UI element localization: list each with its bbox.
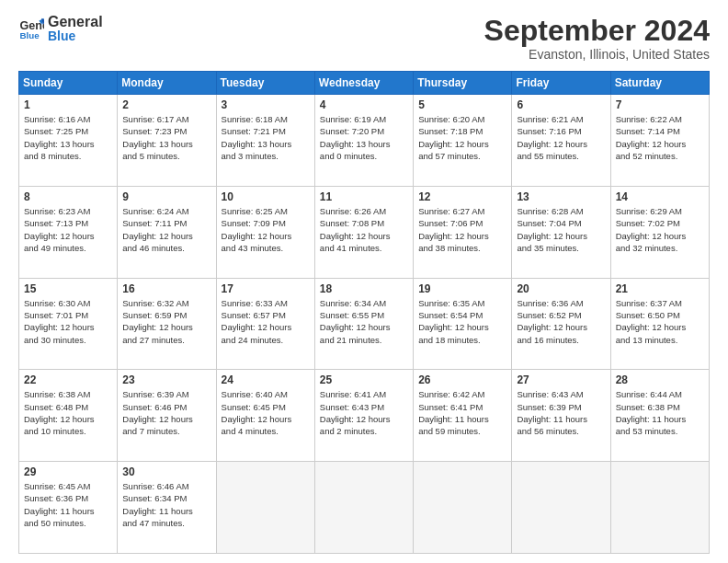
day-number: 30	[122, 465, 210, 478]
calendar-cell: 13Sunrise: 6:28 AMSunset: 7:04 PMDayligh…	[512, 186, 610, 278]
day-number: 24	[222, 373, 310, 386]
week-row-1: 1Sunrise: 6:16 AMSunset: 7:25 PMDaylight…	[19, 95, 710, 187]
day-info: Sunrise: 6:40 AMSunset: 6:45 PMDaylight:…	[222, 388, 310, 437]
calendar-cell: 2Sunrise: 6:17 AMSunset: 7:23 PMDaylight…	[118, 95, 216, 187]
day-info: Sunrise: 6:20 AMSunset: 7:18 PMDaylight:…	[418, 113, 506, 162]
day-info: Sunrise: 6:28 AMSunset: 7:04 PMDaylight:…	[517, 205, 605, 254]
day-number: 7	[616, 98, 704, 111]
calendar-cell: 30Sunrise: 6:46 AMSunset: 6:34 PMDayligh…	[118, 462, 216, 554]
day-number: 23	[122, 373, 210, 386]
day-number: 6	[517, 98, 605, 111]
sub-title: Evanston, Illinois, United States	[484, 47, 710, 62]
day-info: Sunrise: 6:46 AMSunset: 6:34 PMDaylight:…	[122, 480, 210, 529]
day-number: 20	[517, 282, 605, 295]
main-title: September 2024	[484, 15, 710, 47]
calendar-cell: 23Sunrise: 6:39 AMSunset: 6:46 PMDayligh…	[118, 370, 216, 462]
header-day-friday: Friday	[512, 72, 610, 95]
day-info: Sunrise: 6:35 AMSunset: 6:54 PMDaylight:…	[418, 297, 506, 346]
title-block: September 2024 Evanston, Illinois, Unite…	[484, 15, 710, 62]
day-info: Sunrise: 6:23 AMSunset: 7:13 PMDaylight:…	[24, 205, 112, 254]
day-info: Sunrise: 6:34 AMSunset: 6:55 PMDaylight:…	[320, 297, 408, 346]
calendar-cell: 21Sunrise: 6:37 AMSunset: 6:50 PMDayligh…	[610, 278, 709, 370]
calendar-cell: 8Sunrise: 6:23 AMSunset: 7:13 PMDaylight…	[19, 186, 118, 278]
day-number: 18	[320, 282, 408, 295]
day-info: Sunrise: 6:22 AMSunset: 7:14 PMDaylight:…	[616, 113, 704, 162]
logo: General Blue General Blue	[18, 15, 103, 42]
day-number: 16	[122, 282, 210, 295]
logo-general: General	[48, 14, 103, 29]
calendar-cell: 16Sunrise: 6:32 AMSunset: 6:59 PMDayligh…	[118, 278, 216, 370]
day-number: 19	[418, 282, 506, 295]
day-info: Sunrise: 6:38 AMSunset: 6:48 PMDaylight:…	[24, 388, 112, 437]
day-info: Sunrise: 6:17 AMSunset: 7:23 PMDaylight:…	[122, 113, 210, 162]
day-number: 28	[616, 373, 704, 386]
day-number: 4	[320, 98, 408, 111]
day-number: 22	[24, 373, 112, 386]
calendar-cell: 25Sunrise: 6:41 AMSunset: 6:43 PMDayligh…	[314, 370, 413, 462]
calendar-cell: 3Sunrise: 6:18 AMSunset: 7:21 PMDaylight…	[216, 95, 314, 187]
day-info: Sunrise: 6:33 AMSunset: 6:57 PMDaylight:…	[222, 297, 310, 346]
day-info: Sunrise: 6:18 AMSunset: 7:21 PMDaylight:…	[222, 113, 310, 162]
day-info: Sunrise: 6:43 AMSunset: 6:39 PMDaylight:…	[517, 388, 605, 437]
day-number: 1	[24, 98, 112, 111]
logo-blue: Blue	[48, 29, 103, 42]
day-info: Sunrise: 6:45 AMSunset: 6:36 PMDaylight:…	[24, 480, 112, 529]
day-number: 15	[24, 282, 112, 295]
day-number: 29	[24, 465, 112, 478]
day-number: 13	[517, 190, 605, 203]
header-day-saturday: Saturday	[610, 72, 709, 95]
calendar-table: SundayMondayTuesdayWednesdayThursdayFrid…	[18, 71, 710, 554]
day-info: Sunrise: 6:42 AMSunset: 6:41 PMDaylight:…	[418, 388, 506, 437]
day-number: 9	[122, 190, 210, 203]
header: General Blue General Blue September 2024…	[18, 15, 710, 62]
calendar-cell: 10Sunrise: 6:25 AMSunset: 7:09 PMDayligh…	[216, 186, 314, 278]
calendar-cell: 19Sunrise: 6:35 AMSunset: 6:54 PMDayligh…	[414, 278, 512, 370]
week-row-5: 29Sunrise: 6:45 AMSunset: 6:36 PMDayligh…	[19, 462, 710, 554]
calendar-cell	[512, 462, 610, 554]
day-number: 2	[122, 98, 210, 111]
day-info: Sunrise: 6:19 AMSunset: 7:20 PMDaylight:…	[320, 113, 408, 162]
day-info: Sunrise: 6:26 AMSunset: 7:08 PMDaylight:…	[320, 205, 408, 254]
day-number: 8	[24, 190, 112, 203]
header-day-thursday: Thursday	[414, 72, 512, 95]
day-info: Sunrise: 6:21 AMSunset: 7:16 PMDaylight:…	[517, 113, 605, 162]
day-info: Sunrise: 6:27 AMSunset: 7:06 PMDaylight:…	[418, 205, 506, 254]
calendar-cell: 6Sunrise: 6:21 AMSunset: 7:16 PMDaylight…	[512, 95, 610, 187]
calendar-cell: 7Sunrise: 6:22 AMSunset: 7:14 PMDaylight…	[610, 95, 709, 187]
day-info: Sunrise: 6:41 AMSunset: 6:43 PMDaylight:…	[320, 388, 408, 437]
header-row: SundayMondayTuesdayWednesdayThursdayFrid…	[19, 72, 710, 95]
calendar-cell	[414, 462, 512, 554]
calendar-cell: 15Sunrise: 6:30 AMSunset: 7:01 PMDayligh…	[19, 278, 118, 370]
calendar-cell: 29Sunrise: 6:45 AMSunset: 6:36 PMDayligh…	[19, 462, 118, 554]
day-info: Sunrise: 6:29 AMSunset: 7:02 PMDaylight:…	[616, 205, 704, 254]
day-number: 12	[418, 190, 506, 203]
week-row-4: 22Sunrise: 6:38 AMSunset: 6:48 PMDayligh…	[19, 370, 710, 462]
calendar-cell: 11Sunrise: 6:26 AMSunset: 7:08 PMDayligh…	[314, 186, 413, 278]
calendar-cell: 24Sunrise: 6:40 AMSunset: 6:45 PMDayligh…	[216, 370, 314, 462]
day-number: 26	[418, 373, 506, 386]
header-day-sunday: Sunday	[19, 72, 118, 95]
day-info: Sunrise: 6:39 AMSunset: 6:46 PMDaylight:…	[122, 388, 210, 437]
day-number: 17	[222, 282, 310, 295]
calendar-cell	[610, 462, 709, 554]
day-number: 3	[222, 98, 310, 111]
calendar-cell: 9Sunrise: 6:24 AMSunset: 7:11 PMDaylight…	[118, 186, 216, 278]
calendar-cell: 4Sunrise: 6:19 AMSunset: 7:20 PMDaylight…	[314, 95, 413, 187]
day-number: 5	[418, 98, 506, 111]
calendar-cell: 1Sunrise: 6:16 AMSunset: 7:25 PMDaylight…	[19, 95, 118, 187]
day-info: Sunrise: 6:25 AMSunset: 7:09 PMDaylight:…	[222, 205, 310, 254]
calendar-body: 1Sunrise: 6:16 AMSunset: 7:25 PMDaylight…	[19, 95, 710, 554]
day-info: Sunrise: 6:32 AMSunset: 6:59 PMDaylight:…	[122, 297, 210, 346]
calendar-cell	[314, 462, 413, 554]
calendar-cell: 26Sunrise: 6:42 AMSunset: 6:41 PMDayligh…	[414, 370, 512, 462]
day-info: Sunrise: 6:24 AMSunset: 7:11 PMDaylight:…	[122, 205, 210, 254]
day-number: 21	[616, 282, 704, 295]
calendar-cell: 22Sunrise: 6:38 AMSunset: 6:48 PMDayligh…	[19, 370, 118, 462]
calendar-cell: 14Sunrise: 6:29 AMSunset: 7:02 PMDayligh…	[610, 186, 709, 278]
calendar-cell: 17Sunrise: 6:33 AMSunset: 6:57 PMDayligh…	[216, 278, 314, 370]
day-info: Sunrise: 6:16 AMSunset: 7:25 PMDaylight:…	[24, 113, 112, 162]
calendar-header: SundayMondayTuesdayWednesdayThursdayFrid…	[19, 72, 710, 95]
header-day-monday: Monday	[118, 72, 216, 95]
logo-icon: General Blue	[18, 16, 44, 41]
calendar-cell: 27Sunrise: 6:43 AMSunset: 6:39 PMDayligh…	[512, 370, 610, 462]
